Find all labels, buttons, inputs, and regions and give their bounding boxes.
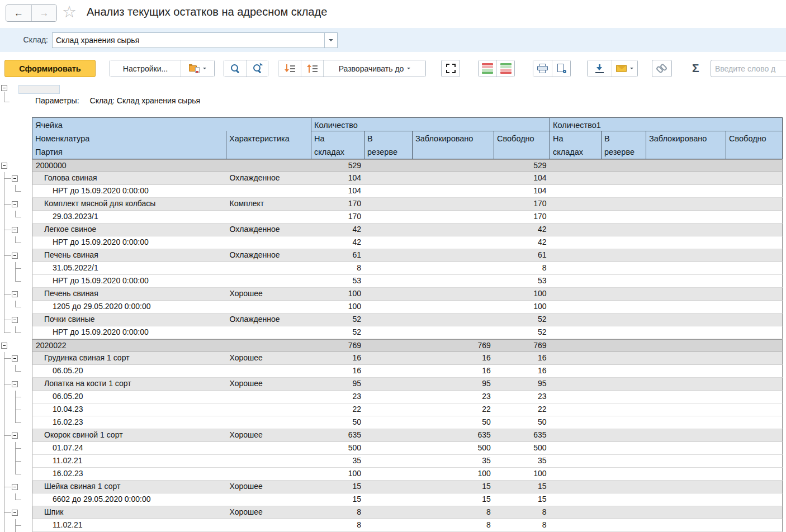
cell-qty1-in-stock[interactable] bbox=[550, 249, 601, 262]
cell-qty-blocked[interactable]: 8 bbox=[412, 506, 494, 519]
cell-qty1-blocked[interactable] bbox=[645, 442, 725, 454]
cell-qty-reserved[interactable] bbox=[364, 429, 412, 441]
cell-qty1-blocked[interactable] bbox=[645, 211, 725, 223]
cell-name[interactable]: 11.02.21 bbox=[32, 519, 226, 531]
cell-qty1-blocked[interactable] bbox=[645, 493, 725, 506]
cell-qty1-blocked[interactable] bbox=[645, 172, 725, 184]
cell-characteristic[interactable] bbox=[226, 519, 311, 531]
cell-qty-free[interactable]: 16 bbox=[494, 365, 550, 377]
cell-qty1-blocked[interactable] bbox=[645, 519, 725, 531]
cell-name[interactable]: НРТ до 15.09.2020 0:00:00 bbox=[32, 185, 226, 197]
fullscreen-button[interactable] bbox=[441, 60, 460, 77]
settings-button[interactable]: Настройки... bbox=[110, 60, 181, 77]
cell-qty1-reserved[interactable] bbox=[600, 288, 645, 300]
cell-qty1-blocked[interactable] bbox=[645, 455, 725, 467]
cell-qty-reserved[interactable] bbox=[364, 416, 412, 429]
cell-qty-free[interactable]: 100 bbox=[494, 288, 550, 300]
cell-qty-free[interactable]: 23 bbox=[494, 391, 550, 403]
sort-descending-button[interactable] bbox=[479, 60, 496, 77]
header-group-qty1[interactable]: Количество1 bbox=[553, 118, 601, 132]
report-root-expander-icon[interactable] bbox=[1, 85, 7, 91]
cell-name[interactable]: Печень свиная bbox=[32, 288, 226, 300]
cell-qty-in-stock[interactable]: 100 bbox=[311, 288, 364, 300]
cell-name[interactable]: 10.04.23 bbox=[32, 403, 226, 416]
cell-name[interactable]: 16.02.23 bbox=[32, 416, 226, 429]
expand-all-button[interactable] bbox=[301, 60, 323, 77]
cell-qty-in-stock[interactable]: 16 bbox=[311, 365, 364, 377]
cell-name[interactable]: Легкое свиное bbox=[32, 224, 226, 236]
cell-qty-in-stock[interactable]: 170 bbox=[311, 198, 364, 210]
header-cell-qty1-blocked[interactable]: Заблокировано bbox=[649, 132, 707, 145]
header-cell-batch[interactable]: Партия bbox=[35, 145, 63, 159]
cell-characteristic[interactable] bbox=[226, 326, 311, 339]
cell-qty1-free[interactable] bbox=[725, 481, 782, 493]
cell-qty-reserved[interactable] bbox=[364, 340, 412, 352]
cell-qty1-free[interactable] bbox=[725, 185, 782, 197]
cell-name[interactable]: Печень свиная bbox=[32, 249, 226, 262]
cell-qty-in-stock[interactable]: 100 bbox=[311, 468, 364, 480]
cell-qty-reserved[interactable] bbox=[364, 185, 412, 197]
cell-qty-reserved[interactable] bbox=[364, 519, 412, 531]
cell-qty-free[interactable]: 50 bbox=[494, 416, 550, 429]
cell-name[interactable]: Лопатка на кости 1 сорт bbox=[32, 378, 226, 390]
expand-to-button[interactable]: Разворачивать до bbox=[323, 60, 425, 77]
cell-qty-free[interactable]: 100 bbox=[494, 301, 550, 313]
cell-name[interactable]: 6602 до 29.05.2020 0:00:00 bbox=[32, 493, 226, 506]
cell-qty1-reserved[interactable] bbox=[600, 493, 645, 506]
cell-qty-in-stock[interactable]: 42 bbox=[311, 236, 364, 249]
cell-qty-in-stock[interactable]: 52 bbox=[311, 326, 364, 339]
cell-name[interactable]: 01.07.24 bbox=[32, 442, 226, 454]
cell-qty-in-stock[interactable]: 16 bbox=[311, 352, 364, 364]
forward-button[interactable]: → bbox=[31, 5, 56, 21]
cell-qty-in-stock[interactable]: 23 bbox=[311, 391, 364, 403]
cell-qty1-reserved[interactable] bbox=[600, 275, 645, 287]
cell-qty-in-stock[interactable]: 95 bbox=[311, 378, 364, 390]
cell-qty-blocked[interactable] bbox=[412, 249, 494, 262]
cell-qty-in-stock[interactable]: 52 bbox=[311, 314, 364, 326]
cell-name[interactable]: НРТ до 15.09.2020 0:00:00 bbox=[32, 236, 226, 249]
cell-qty1-in-stock[interactable] bbox=[550, 172, 601, 184]
cell-qty-blocked[interactable]: 16 bbox=[412, 365, 494, 377]
header-cell-qty-reserved[interactable]: В резерве bbox=[367, 132, 402, 159]
header-cell-qty1-reserved[interactable]: В резерве bbox=[604, 132, 639, 159]
cell-qty1-in-stock[interactable] bbox=[550, 301, 601, 313]
cell-qty-free[interactable]: 8 bbox=[494, 519, 550, 531]
cell-qty1-reserved[interactable] bbox=[600, 160, 645, 172]
cell-qty1-reserved[interactable] bbox=[600, 481, 645, 493]
cell-qty-in-stock[interactable]: 500 bbox=[311, 442, 364, 454]
cell-qty1-blocked[interactable] bbox=[645, 198, 725, 210]
cell-qty-free[interactable]: 529 bbox=[494, 160, 550, 172]
cell-qty-in-stock[interactable]: 50 bbox=[311, 416, 364, 429]
cell-characteristic[interactable] bbox=[226, 468, 311, 480]
cell-qty1-reserved[interactable] bbox=[600, 185, 645, 197]
cell-qty1-blocked[interactable] bbox=[645, 326, 725, 339]
cell-qty-free[interactable]: 42 bbox=[494, 224, 550, 236]
cell-characteristic[interactable] bbox=[226, 301, 311, 313]
cell-qty1-reserved[interactable] bbox=[600, 326, 645, 339]
header-cell-qty-free[interactable]: Свободно bbox=[497, 132, 534, 145]
cell-qty-reserved[interactable] bbox=[364, 249, 412, 262]
cell-qty-reserved[interactable] bbox=[364, 442, 412, 454]
cell-qty1-blocked[interactable] bbox=[645, 481, 725, 493]
collapse-all-button[interactable] bbox=[278, 60, 301, 77]
cell-qty1-blocked[interactable] bbox=[645, 262, 725, 274]
cell-qty1-in-stock[interactable] bbox=[550, 365, 601, 377]
cell-characteristic[interactable] bbox=[226, 160, 311, 172]
cell-characteristic[interactable] bbox=[226, 416, 311, 429]
cell-characteristic[interactable] bbox=[226, 236, 311, 249]
cell-qty1-reserved[interactable] bbox=[600, 442, 645, 454]
cell-qty-reserved[interactable] bbox=[364, 455, 412, 467]
cell-qty1-free[interactable] bbox=[725, 391, 782, 403]
favorite-star-icon[interactable]: ☆ bbox=[62, 2, 77, 21]
cell-name[interactable]: Грудинка свиная 1 сорт bbox=[32, 352, 226, 364]
cell-characteristic[interactable]: Охлажденное bbox=[226, 172, 311, 184]
warehouse-combobox[interactable]: Склад хранения сырья bbox=[52, 32, 338, 48]
cell-qty-in-stock[interactable]: 635 bbox=[311, 429, 364, 441]
cell-qty1-free[interactable] bbox=[725, 416, 782, 429]
cell-qty-in-stock[interactable]: 53 bbox=[311, 275, 364, 287]
cell-characteristic[interactable] bbox=[226, 493, 311, 506]
cell-qty1-blocked[interactable] bbox=[645, 160, 725, 172]
cell-qty-free[interactable]: 61 bbox=[494, 249, 550, 262]
cell-name[interactable]: 31.05.2022/1 bbox=[32, 262, 226, 274]
cell-qty1-blocked[interactable] bbox=[645, 352, 725, 364]
